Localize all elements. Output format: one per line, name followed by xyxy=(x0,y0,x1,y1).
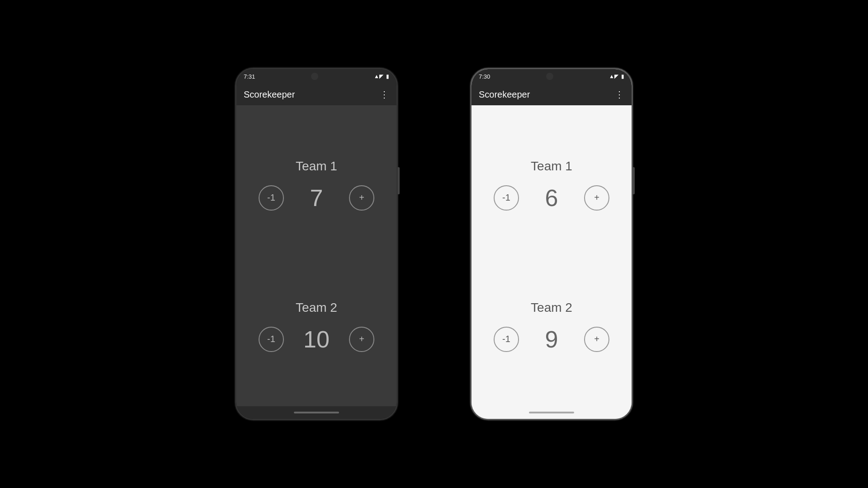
team1-decrement-right[interactable]: -1 xyxy=(494,185,519,211)
team2-increment-left[interactable]: + xyxy=(349,327,374,352)
time-left: 7:31 xyxy=(244,73,255,80)
phone-frame-dark: 7:31 ▲◤ ▮ Scorekeeper ⋮ Team 1 -1 7 + xyxy=(235,68,398,420)
team2-decrement-right[interactable]: -1 xyxy=(494,327,519,352)
team1-name-right: Team 1 xyxy=(531,159,572,174)
status-icons-left: ▲◤ ▮ xyxy=(374,73,389,80)
team1-section-right: Team 1 -1 6 + xyxy=(472,152,632,219)
team1-decrement-left[interactable]: -1 xyxy=(259,185,284,211)
team1-score-row-right: -1 6 + xyxy=(472,184,632,211)
side-button-right xyxy=(633,167,635,194)
nav-bar-right xyxy=(472,406,632,419)
content-right: Team 1 -1 6 + Team 2 -1 9 + xyxy=(472,105,632,406)
team2-section-right: Team 2 -1 9 + xyxy=(472,293,632,360)
battery-icon-left: ▮ xyxy=(386,73,389,80)
side-button-left xyxy=(398,167,400,194)
camera-dot-left xyxy=(311,73,318,80)
app-bar-right: Scorekeeper ⋮ xyxy=(472,84,632,105)
app-bar-left: Scorekeeper ⋮ xyxy=(236,84,396,105)
menu-button-right[interactable]: ⋮ xyxy=(615,89,624,100)
wifi-icon-left: ▲◤ xyxy=(374,73,383,80)
status-bar-right: 7:30 ▲◤ ▮ xyxy=(472,69,632,84)
menu-button-left[interactable]: ⋮ xyxy=(380,89,389,100)
team2-name-right: Team 2 xyxy=(531,300,572,315)
team2-decrement-left[interactable]: -1 xyxy=(259,327,284,352)
team1-increment-right[interactable]: + xyxy=(584,185,609,211)
status-icons-right: ▲◤ ▮ xyxy=(609,73,624,80)
team2-score-row-right: -1 9 + xyxy=(472,326,632,353)
battery-icon-right: ▮ xyxy=(621,73,624,80)
team1-score-right: 6 xyxy=(533,184,570,211)
wifi-icon-right: ▲◤ xyxy=(609,73,618,80)
team1-name-left: Team 1 xyxy=(296,159,337,174)
app-title-right: Scorekeeper xyxy=(479,89,530,100)
home-indicator-right xyxy=(529,412,574,413)
team2-increment-right[interactable]: + xyxy=(584,327,609,352)
team2-score-right: 9 xyxy=(533,326,570,353)
camera-dot-right xyxy=(546,73,553,80)
team1-section-left: Team 1 -1 7 + xyxy=(236,152,396,219)
team2-name-left: Team 2 xyxy=(296,300,337,315)
team1-score-row-left: -1 7 + xyxy=(236,184,396,211)
team2-score-left: 10 xyxy=(298,326,335,353)
content-left: Team 1 -1 7 + Team 2 -1 10 + xyxy=(236,105,396,406)
phone-frame-light: 7:30 ▲◤ ▮ Scorekeeper ⋮ Team 1 -1 6 + xyxy=(470,68,633,420)
phone-right: 7:30 ▲◤ ▮ Scorekeeper ⋮ Team 1 -1 6 + xyxy=(470,68,633,420)
team1-score-left: 7 xyxy=(298,184,335,211)
time-right: 7:30 xyxy=(479,73,490,80)
home-indicator-left xyxy=(294,412,339,413)
team2-section-left: Team 2 -1 10 + xyxy=(236,293,396,360)
nav-bar-left xyxy=(236,406,396,419)
team1-increment-left[interactable]: + xyxy=(349,185,374,211)
phone-left: 7:31 ▲◤ ▮ Scorekeeper ⋮ Team 1 -1 7 + xyxy=(235,68,398,420)
status-bar-left: 7:31 ▲◤ ▮ xyxy=(236,69,396,84)
team2-score-row-left: -1 10 + xyxy=(236,326,396,353)
app-title-left: Scorekeeper xyxy=(244,89,295,100)
